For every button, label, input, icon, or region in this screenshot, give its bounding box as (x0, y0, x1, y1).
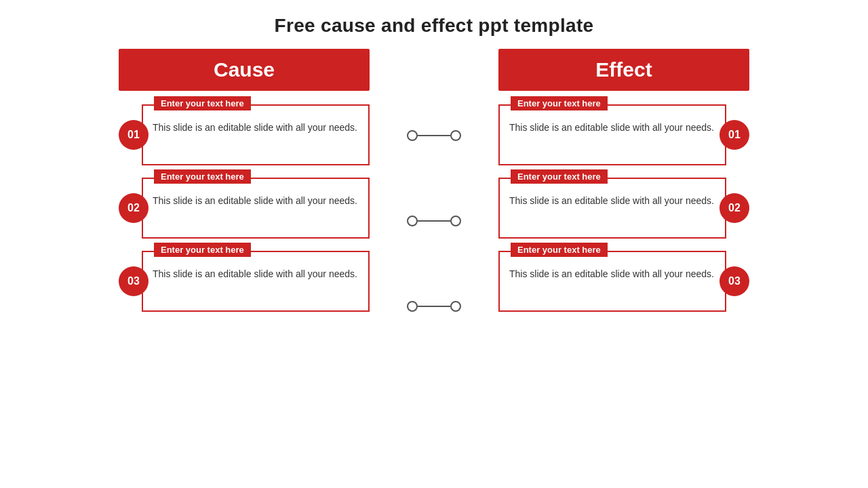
cause-badge-3: 03 (119, 266, 149, 296)
effect-header: Effect (498, 49, 749, 91)
effect-badge-3: 03 (719, 266, 749, 296)
cause-header: Cause (119, 49, 370, 91)
effect-label-3: Enter your text here (511, 243, 608, 257)
connector-line-3 (418, 306, 450, 307)
cause-box-2: Enter your text here This slide is an ed… (142, 178, 370, 239)
left-circle-3 (407, 301, 418, 312)
effect-text-3: This slide is an editable slide with all… (500, 252, 725, 289)
connector-pair-2 (407, 216, 461, 226)
effect-card-1: Enter your text here This slide is an ed… (498, 104, 749, 165)
cause-card-1: 01 Enter your text here This slide is an… (119, 104, 370, 165)
connector-row-2 (407, 184, 461, 258)
connector-row-1 (407, 99, 461, 172)
connector-line-2 (418, 220, 450, 222)
effect-cards: Enter your text here This slide is an ed… (461, 104, 787, 312)
effect-badge-2: 02 (719, 193, 749, 223)
effect-box-3: Enter your text here This slide is an ed… (498, 251, 726, 312)
cause-text-1: This slide is an editable slide with all… (143, 106, 368, 143)
effect-label-1: Enter your text here (511, 96, 608, 110)
effect-text-2: This slide is an editable slide with all… (500, 179, 725, 216)
cause-label-3: Enter your text here (154, 243, 251, 257)
cause-badge-2: 02 (119, 193, 149, 223)
main-content: Cause 01 Enter your text here This slide… (0, 49, 868, 343)
left-circle-1 (407, 130, 418, 141)
effect-card-2: Enter your text here This slide is an ed… (498, 178, 749, 239)
page-title: Free cause and effect ppt template (275, 15, 594, 37)
effect-box-2: Enter your text here This slide is an ed… (498, 178, 726, 239)
connector-pair-1 (407, 130, 461, 141)
right-circle-2 (450, 216, 461, 226)
cause-text-3: This slide is an editable slide with all… (143, 252, 368, 289)
connector-pair-3 (407, 301, 461, 312)
effect-column: Effect Enter your text here This slide i… (461, 49, 787, 312)
middle-connectors (407, 49, 461, 343)
cause-card-2: 02 Enter your text here This slide is an… (119, 178, 370, 239)
right-circle-1 (450, 130, 461, 141)
connector-row-3 (407, 270, 461, 343)
connector-line-1 (418, 135, 450, 136)
effect-badge-1: 01 (719, 120, 749, 150)
cause-box-1: Enter your text here This slide is an ed… (142, 104, 370, 165)
cause-text-2: This slide is an editable slide with all… (143, 179, 368, 216)
cause-badge-1: 01 (119, 120, 149, 150)
cause-label-1: Enter your text here (154, 96, 251, 110)
right-circle-3 (450, 301, 461, 312)
cause-box-3: Enter your text here This slide is an ed… (142, 251, 370, 312)
left-circle-2 (407, 216, 418, 226)
cause-cards: 01 Enter your text here This slide is an… (81, 104, 407, 312)
cause-card-3: 03 Enter your text here This slide is an… (119, 251, 370, 312)
effect-card-3: Enter your text here This slide is an ed… (498, 251, 749, 312)
cause-column: Cause 01 Enter your text here This slide… (81, 49, 407, 312)
effect-text-1: This slide is an editable slide with all… (500, 106, 725, 143)
effect-label-2: Enter your text here (511, 169, 608, 184)
effect-box-1: Enter your text here This slide is an ed… (498, 104, 726, 165)
cause-label-2: Enter your text here (154, 169, 251, 184)
